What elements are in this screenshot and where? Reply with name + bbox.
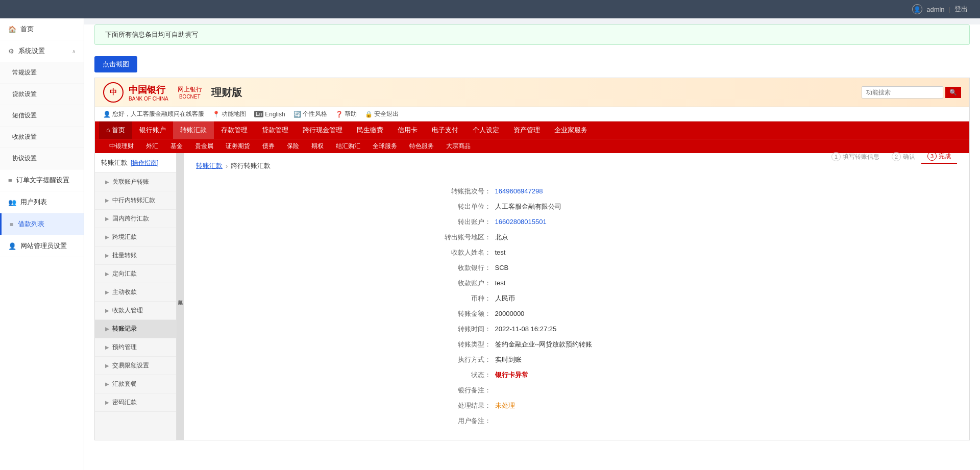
sidebar-item-home[interactable]: 🏠 首页 [0, 18, 84, 40]
sidebar-item-protocol-settings[interactable]: 协议设置 [0, 148, 84, 169]
arrow-icon: ▶ [105, 253, 109, 258]
screenshot-button[interactable]: 点击截图 [94, 56, 137, 72]
logout-link[interactable]: 登出 [954, 5, 968, 14]
result-label: 处理结果： [424, 401, 495, 410]
bank-search-input[interactable] [862, 86, 943, 98]
lock-icon: 🔒 [365, 111, 373, 118]
transfer-menu-domestic-cross[interactable]: ▶ 国内跨行汇款 [95, 210, 176, 228]
payee-name-label: 收款人姓名： [424, 248, 495, 257]
sidebar-receive-label: 收款设置 [12, 133, 37, 141]
detail-table: 转账批次号： 1649606947298 转出单位： 人工客服金融有限公司 转出… [424, 187, 730, 426]
nav-bulk[interactable]: 大宗商品 [440, 139, 477, 153]
transfer-menu-payee-mgmt[interactable]: ▶ 收款人管理 [95, 302, 176, 320]
bank-product: 理财版 [211, 86, 242, 100]
nav-securities[interactable]: 证劵期货 [219, 139, 256, 153]
nav-credit[interactable]: 信用卡 [390, 121, 425, 139]
bocnet-label: 网上银行 [178, 85, 202, 94]
out-region-label: 转出账号地区： [424, 233, 495, 242]
arrow-icon: ▶ [105, 179, 109, 185]
arrow-icon: ▶ [105, 234, 109, 240]
nav-exchange[interactable]: 结汇购汇 [330, 139, 366, 153]
bank-name-en: BANK OF CHINA [129, 96, 168, 102]
nav-global[interactable]: 全球服务 [366, 139, 403, 153]
nav-enterprise[interactable]: 企业家服务 [547, 121, 595, 139]
status-label: 状态： [424, 370, 495, 380]
en-badge: En [254, 111, 263, 117]
nav-options[interactable]: 期权 [305, 139, 330, 153]
sidebar-item-loan-list[interactable]: ≡ 借款列表 [0, 213, 84, 235]
safe-exit[interactable]: 🔒 安全退出 [365, 110, 399, 118]
transfer-menu-directed[interactable]: ▶ 定向汇款 [95, 265, 176, 283]
nav-bocnet-wealth[interactable]: 中银理财 [103, 139, 140, 153]
out-account-label: 转出账户： [424, 217, 495, 227]
transfer-menu-package[interactable]: ▶ 汇款套餐 [95, 375, 176, 393]
nav-bank-account[interactable]: 银行账户 [132, 121, 173, 139]
breadcrumb-transfer-link[interactable]: 转账汇款 [196, 161, 223, 170]
sidebar-item-loan-settings[interactable]: 贷款设置 [0, 84, 84, 105]
bank-search-button[interactable]: 🔍 [945, 87, 961, 98]
transfer-menu-records[interactable]: ▶ 转账记录 [95, 320, 176, 338]
sidebar-order-label: 订单文字提醒设置 [16, 176, 69, 185]
transfer-menu-active-receive[interactable]: ▶ 主动收款 [95, 283, 176, 302]
separator: | [949, 6, 950, 13]
nav-fund[interactable]: 基金 [164, 139, 189, 153]
nav-deposit[interactable]: 存款管理 [214, 121, 255, 139]
transfer-guide-link[interactable]: [操作指南] [131, 159, 159, 167]
nav-cross-cash[interactable]: 跨行现金管理 [296, 121, 350, 139]
detail-bank-note: 银行备注： [424, 386, 730, 395]
list-icon: ≡ [10, 220, 14, 228]
nav-insurance[interactable]: 保险 [281, 139, 305, 153]
transfer-menu-reservation[interactable]: ▶ 预约管理 [95, 338, 176, 357]
nav-bonds[interactable]: 债券 [256, 139, 281, 153]
sidebar-system-label: 系统设置 [18, 46, 45, 56]
nav-personal[interactable]: 个人设定 [465, 121, 506, 139]
help-link[interactable]: ❓ 帮助 [335, 110, 357, 118]
nav-loan[interactable]: 贷款管理 [255, 121, 296, 139]
english-toggle[interactable]: En English [254, 111, 285, 118]
nav-precious-metals[interactable]: 贵金属 [189, 139, 219, 153]
step-1-label: 填写转账信息 [843, 153, 879, 161]
unit-value: 人工客服金融有限公司 [495, 202, 561, 211]
user-avatar-icon: 👤 [912, 4, 922, 14]
sidebar-item-user-list[interactable]: 👥 用户列表 [0, 191, 84, 213]
transfer-menu-internal[interactable]: ▶ 中行内转账汇款 [95, 191, 176, 210]
sidebar-item-order-text[interactable]: ≡ 订单文字提醒设置 [0, 169, 84, 191]
out-account-value[interactable]: 16602808015501 [495, 218, 547, 226]
breadcrumb-current: 跨行转账汇款 [231, 161, 271, 170]
transfer-menu-batch[interactable]: ▶ 批量转账 [95, 246, 176, 265]
transfer-menu-cross-border[interactable]: ▶ 跨境汇款 [95, 228, 176, 246]
batch-no-value[interactable]: 1649606947298 [495, 187, 543, 195]
step-1-num: 1 [831, 152, 841, 161]
admin-icon: 👤 [8, 242, 16, 250]
user-note-label: 用户备注： [424, 416, 495, 426]
sidebar-normal-label: 常规设置 [12, 68, 37, 77]
detail-status: 状态： 银行卡异常 [424, 370, 730, 380]
transfer-left-title: 转账汇款 [操作指南] [95, 153, 176, 173]
map-icon: 📍 [212, 111, 220, 118]
nav-epay[interactable]: 电子支付 [425, 121, 465, 139]
transfer-menu-limit-settings[interactable]: ▶ 交易限额设置 [95, 357, 176, 375]
sidebar-item-receive-settings[interactable]: 收款设置 [0, 127, 84, 148]
personal-style[interactable]: 🔄 个性风格 [293, 110, 327, 118]
nav-home-btn[interactable]: ⌂ 首页 [99, 121, 132, 139]
transfer-menu-linked-accounts[interactable]: ▶ 关联账户转账 [95, 173, 176, 191]
unit-label: 转出单位： [424, 202, 495, 211]
function-map[interactable]: 📍 功能地图 [212, 110, 246, 118]
content-area: 下面所有信息条目均可自助填写 点击截图 中 中国银行 BANK OF CHINA [84, 18, 980, 470]
nav-special[interactable]: 特色服务 [403, 139, 440, 153]
sidebar-item-system-settings[interactable]: ⚙ 系统设置 ∧ [0, 40, 84, 62]
sidebar-item-normal-settings[interactable]: 常规设置 [0, 62, 84, 84]
sidebar-item-sms-settings[interactable]: 短信设置 [0, 105, 84, 127]
step-1: 1 填写转账信息 [825, 150, 886, 163]
amount-value: 20000000 [495, 310, 525, 317]
transfer-menu-password[interactable]: ▶ 密码汇款 [95, 393, 176, 412]
bank-logo-text: 中 [110, 88, 117, 97]
nav-civil[interactable]: 民生缴费 [350, 121, 390, 139]
nav-forex[interactable]: 外汇 [140, 139, 164, 153]
bank-name-block: 中国银行 BANK OF CHINA [129, 84, 168, 102]
sidebar-item-site-admin[interactable]: 👤 网站管理员设置 [0, 235, 84, 257]
nav-transfer[interactable]: 转账汇款 [173, 121, 214, 139]
nav-assets[interactable]: 资产管理 [506, 121, 547, 139]
collapse-handle[interactable]: 隐藏菜单 [177, 153, 184, 440]
username-label: admin [926, 6, 944, 13]
